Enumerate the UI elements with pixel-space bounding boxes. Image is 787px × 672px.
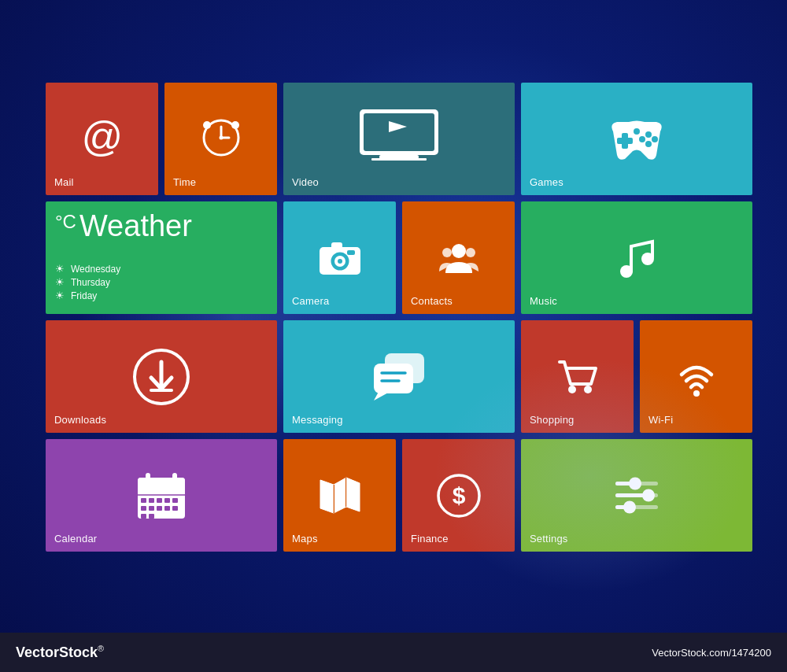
gamepad-icon [601,116,672,163]
svg-rect-11 [371,158,427,161]
camera-tile[interactable]: Camera [283,201,396,314]
time-tile[interactable]: Time [164,83,277,195]
maps-label: Maps [292,533,318,545]
svg-rect-50 [141,506,146,511]
svg-point-15 [652,136,658,142]
games-label: Games [530,176,563,188]
downloads-tile[interactable]: Downloads [46,320,277,433]
sun-icon-fri: ☀ [55,290,65,301]
video-tile[interactable]: Video [283,83,515,195]
svg-point-22 [338,259,342,264]
svg-rect-53 [164,506,170,511]
svg-rect-47 [157,498,162,503]
settings-tile[interactable]: Settings [521,439,752,552]
svg-rect-41 [138,478,185,489]
svg-rect-56 [149,514,154,519]
svg-point-39 [693,390,700,397]
finance-tile[interactable]: $ Finance [402,439,515,552]
weather-title: Weather [79,209,192,243]
music-label: Music [530,295,557,307]
wifi-icon [675,357,718,397]
svg-text:@: @ [81,117,123,159]
svg-point-2 [203,121,211,129]
weather-tile[interactable]: °C Weather ☀ Wednesday ☀ Thursday ☀ Frid… [46,201,277,314]
shopping-label: Shopping [530,414,575,426]
svg-point-16 [639,136,645,142]
maps-icon [316,474,364,518]
clock-icon [198,116,245,163]
mail-label: Mail [54,176,74,188]
svg-text:$: $ [452,482,465,508]
svg-rect-13 [617,138,633,144]
shopping-tile[interactable]: Shopping [521,320,634,433]
svg-rect-49 [172,498,178,503]
video-label: Video [292,176,319,188]
finance-label: Finance [411,533,449,545]
wifi-tile[interactable]: Wi-Fi [640,320,752,433]
footer-logo: VectorStock® [16,644,104,661]
downloads-label: Downloads [54,414,106,426]
svg-point-38 [584,386,592,393]
wifi-label: Wi-Fi [648,414,673,426]
svg-point-25 [452,244,466,258]
svg-point-26 [442,248,452,257]
calendar-tile[interactable]: Calendar [46,439,277,552]
finance-icon: $ [436,473,482,519]
sun-icon-thu: ☀ [55,276,65,288]
maps-tile[interactable]: Maps [283,439,396,552]
video-icon [356,105,442,162]
svg-rect-8 [364,113,434,151]
svg-point-14 [645,131,652,138]
calendar-label: Calendar [54,533,97,545]
settings-label: Settings [530,533,568,545]
svg-rect-55 [141,514,146,519]
messaging-label: Messaging [292,414,343,426]
camera-label: Camera [292,295,329,307]
svg-point-69 [623,501,636,514]
svg-point-3 [231,121,239,129]
camera-icon [317,238,363,279]
svg-rect-51 [149,506,154,511]
messaging-tile[interactable]: Messaging [283,320,515,433]
time-label: Time [173,176,196,188]
weather-content: °C Weather ☀ Wednesday ☀ Thursday ☀ Frid… [46,201,277,314]
weather-day-3: Friday [71,290,97,301]
mail-tile[interactable]: @ Mail [46,83,158,195]
contacts-icon [438,237,480,279]
mail-icon: @ [80,117,124,161]
svg-point-28 [620,265,633,278]
svg-rect-42 [146,473,150,486]
svg-rect-24 [347,250,355,255]
svg-rect-23 [331,242,342,249]
svg-rect-46 [149,498,154,503]
messaging-icon [368,349,430,404]
settings-icon [609,470,664,521]
svg-rect-48 [164,498,170,503]
logo-registered: ® [98,644,104,653]
svg-point-63 [629,478,641,490]
contacts-label: Contacts [411,295,453,307]
celsius-symbol: °C [55,211,76,233]
svg-rect-34 [374,364,413,393]
svg-point-66 [642,489,655,502]
svg-point-17 [645,141,652,147]
svg-point-6 [219,135,223,139]
svg-rect-52 [157,506,162,511]
contacts-tile[interactable]: Contacts [402,201,515,314]
logo-text: VectorStock [16,644,98,660]
svg-point-18 [634,128,640,135]
svg-point-27 [466,248,475,257]
svg-rect-54 [172,506,178,511]
sun-icon-wed: ☀ [55,263,65,275]
music-icon [609,231,664,286]
download-icon [132,348,190,406]
footer-url: VectorStock.com/1474200 [652,647,771,659]
games-tile[interactable]: Games [521,83,752,195]
weather-day-1: Wednesday [71,264,120,275]
svg-rect-43 [172,473,177,486]
footer-bar: VectorStock® VectorStock.com/1474200 [0,633,787,672]
weather-day-2: Thursday [71,277,110,288]
music-tile[interactable]: Music [521,201,752,314]
svg-rect-45 [141,498,146,503]
cart-icon [555,356,600,398]
